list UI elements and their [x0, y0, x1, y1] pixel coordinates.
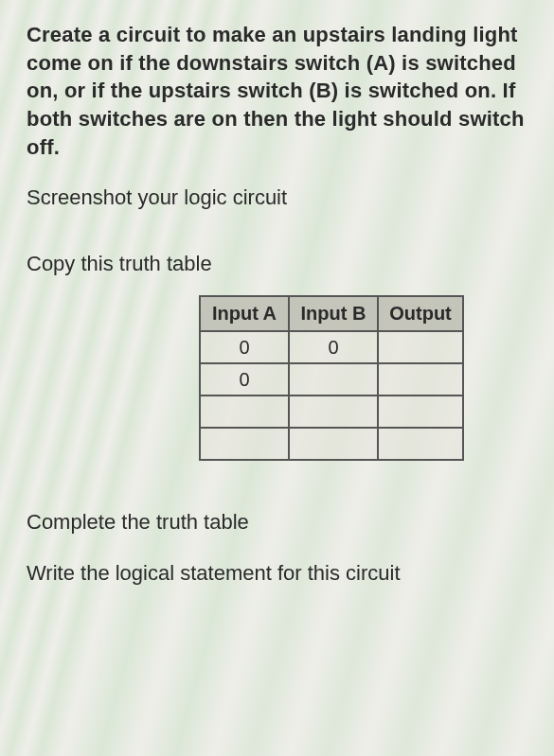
cell-b	[289, 363, 378, 396]
cell-out	[378, 396, 463, 428]
table-header-row: Input A Input B Output	[200, 296, 463, 331]
truth-table-container: Input A Input B Output 0 0 0	[135, 295, 527, 461]
header-input-b: Input B	[289, 296, 378, 331]
instruction-paragraph: Create a circuit to make an upstairs lan…	[27, 21, 527, 161]
table-row	[200, 428, 463, 460]
write-instruction: Write the logical statement for this cir…	[27, 561, 527, 586]
copy-instruction: Copy this truth table	[27, 252, 527, 276]
table-row: 0	[200, 363, 463, 396]
cell-out	[378, 331, 463, 363]
table-row	[200, 396, 463, 428]
cell-b	[289, 428, 378, 460]
complete-instruction: Complete the truth table	[27, 510, 527, 535]
header-input-a: Input A	[200, 296, 289, 331]
cell-b: 0	[289, 331, 378, 363]
header-output: Output	[378, 296, 463, 331]
table-row: 0 0	[200, 331, 463, 363]
truth-table: Input A Input B Output 0 0 0	[199, 295, 464, 461]
cell-b	[289, 396, 378, 428]
cell-a	[200, 428, 289, 460]
cell-a: 0	[200, 363, 289, 396]
cell-out	[378, 428, 463, 460]
cell-a: 0	[200, 331, 289, 363]
screenshot-instruction: Screenshot your logic circuit	[27, 185, 527, 210]
cell-a	[200, 396, 289, 428]
cell-out	[378, 363, 463, 396]
